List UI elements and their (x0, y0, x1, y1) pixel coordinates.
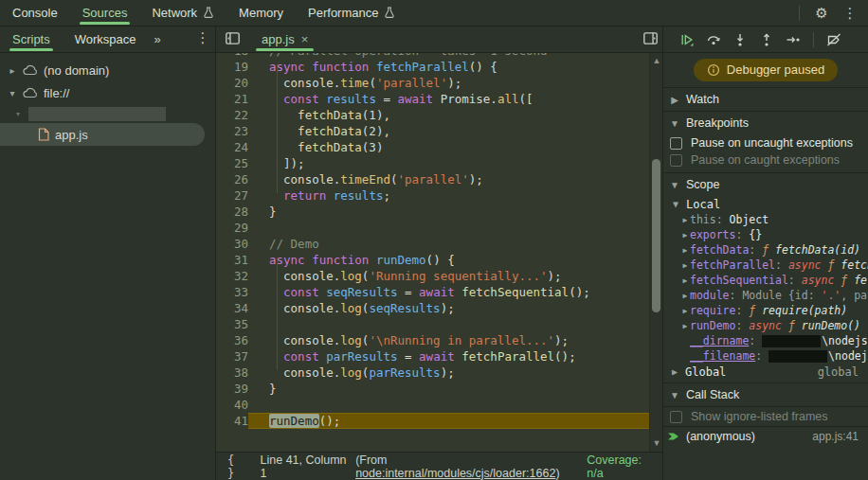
chevron-right-icon[interactable]: ▶ (680, 261, 690, 270)
scope-key: exports (690, 228, 735, 241)
step-icon[interactable] (781, 28, 805, 51)
line-number[interactable]: 39 (216, 381, 248, 397)
close-tab-icon[interactable]: × (301, 32, 309, 46)
pause-caught-exceptions-row[interactable]: Pause on caught exceptions (663, 151, 868, 169)
line-number[interactable]: 41 (216, 413, 248, 429)
call-stack-frame[interactable]: (anonymous) app.js:41 (663, 427, 868, 446)
line-content (248, 316, 649, 332)
pretty-print-icon[interactable]: { } (224, 453, 253, 480)
show-ignore-listed-frames-row[interactable]: Show ignore-listed frames (663, 407, 868, 426)
scroll-down-icon[interactable]: ▼ (650, 438, 662, 448)
tab-network[interactable]: Network (139, 0, 226, 26)
scope-section-header[interactable]: ▼ Scope (663, 173, 868, 196)
line-number[interactable]: 30 (216, 236, 248, 252)
navigator-tab-scripts[interactable]: Scripts (0, 27, 63, 52)
call-stack-section-header[interactable]: ▼ Call Stack (663, 383, 868, 406)
code-token: () { (469, 60, 497, 74)
line-number[interactable]: 27 (216, 187, 248, 204)
line-number[interactable]: 33 (216, 284, 248, 300)
chevron-right-icon[interactable]: ▶ (680, 231, 690, 240)
toggle-debugger-sidebar-icon[interactable] (638, 27, 662, 49)
line-number[interactable]: 35 (216, 316, 248, 332)
step-out-icon[interactable] (754, 28, 779, 51)
navigator-tab-workspace[interactable]: Workspace (63, 27, 149, 52)
checkbox-unchecked[interactable] (670, 137, 682, 150)
colon: : (788, 274, 802, 287)
scope-entry-fetchParallel[interactable]: ▶fetchParallel: async ƒ fetchParallel() (663, 258, 868, 273)
line-number[interactable]: 40 (216, 397, 248, 413)
line-number[interactable]: 19 (216, 59, 248, 75)
watch-section-header[interactable]: ▶ Watch (663, 88, 868, 111)
line-number[interactable]: 34 (216, 300, 248, 316)
scope-entry-runDemo[interactable]: ▶runDemo: async ƒ runDemo() (663, 318, 868, 333)
breakpoints-section-header[interactable]: ▼ Breakpoints (663, 112, 868, 134)
tab-overflow-chevron[interactable]: » (149, 27, 165, 52)
scope-global-row[interactable]: ▶ Global global (663, 364, 868, 380)
tab-memory[interactable]: Memory (226, 0, 296, 26)
scope-local-header[interactable]: ▼ Local (663, 196, 868, 212)
code-token: ); (554, 333, 569, 347)
line-number[interactable]: 38 (216, 364, 248, 381)
settings-gear-icon[interactable]: ⚙ (809, 2, 834, 25)
tree-item-file[interactable]: ▾file:// (0, 81, 215, 104)
chevron-right-icon[interactable]: ▶ (680, 246, 690, 255)
line-number[interactable]: 36 (216, 332, 248, 348)
navigator-menu-icon[interactable]: ⋮ (190, 27, 215, 49)
chevron-right-icon[interactable]: ▸ (8, 65, 17, 76)
chevron-right-icon[interactable]: ▶ (680, 276, 690, 285)
line-number[interactable]: 32 (216, 268, 248, 284)
tab-sources[interactable]: Sources (70, 0, 140, 26)
code-token: console. (269, 333, 340, 347)
code-line: 40 (216, 397, 649, 413)
deactivate-breakpoints-icon[interactable] (822, 28, 846, 51)
tree-item-app-js[interactable]: app.js (0, 123, 205, 146)
chevron-down-icon[interactable]: ▾ (8, 88, 17, 98)
toolbar-separator (799, 6, 800, 21)
pause-uncaught-exceptions-row[interactable]: Pause on uncaught exceptions (663, 134, 868, 151)
line-number[interactable]: 28 (216, 204, 248, 220)
more-vertical-icon[interactable]: ⋮ (838, 2, 862, 25)
code-token: console. (269, 269, 340, 283)
line-number[interactable]: 23 (216, 123, 248, 139)
editor-tab-appjs[interactable]: app.js × (252, 27, 317, 52)
scope-entry-filename[interactable]: __filename: \nodejs (663, 348, 868, 364)
checkbox-unchecked[interactable] (670, 411, 682, 423)
chevron-down-icon[interactable]: ▾ (13, 110, 23, 118)
line-number[interactable]: 21 (216, 91, 248, 107)
line-number[interactable]: 37 (216, 348, 248, 364)
line-number[interactable]: 31 (216, 252, 248, 268)
scope-entry-exports[interactable]: ▶exports: {} (663, 227, 868, 242)
step-over-icon[interactable] (701, 28, 726, 51)
scope-entry-module[interactable]: ▶module: Module {id: '.', path (663, 288, 868, 303)
step-into-icon[interactable] (728, 28, 752, 51)
tree-item-nodomain[interactable]: ▸(no domain) (0, 59, 215, 81)
line-number[interactable]: 25 (216, 155, 248, 171)
code-line: 26 console.timeEnd('parallel'); (216, 171, 649, 187)
toggle-navigator-icon[interactable] (220, 27, 244, 49)
line-number[interactable]: 20 (216, 75, 248, 91)
scrollbar-thumb[interactable] (652, 159, 660, 312)
scope-value: async (749, 319, 788, 332)
tree-item-folder-redacted[interactable]: ▾ (0, 104, 215, 123)
editor-scrollbar[interactable]: ▲ ▼ (649, 53, 662, 452)
scroll-up-icon[interactable]: ▲ (650, 56, 662, 65)
chevron-right-icon[interactable]: ▶ (680, 322, 690, 330)
line-number[interactable]: 29 (216, 220, 248, 236)
scope-entry-require[interactable]: ▶require: ƒ require(path) (663, 303, 868, 318)
line-number[interactable]: 22 (216, 107, 248, 123)
tab-performance[interactable]: Performance (296, 0, 407, 26)
scope-value: fetchData(id) (775, 243, 860, 257)
line-number[interactable]: 24 (216, 139, 248, 155)
chevron-right-icon[interactable]: ▶ (680, 292, 690, 300)
code-token: runDemo (269, 414, 319, 428)
scope-entry-fetchSequential[interactable]: ▶fetchSequential: async ƒ fetchSequentia… (663, 273, 868, 288)
loader-link[interactable]: node:internal/modules/cjs/loader:1662 (355, 467, 555, 480)
line-number[interactable]: 26 (216, 171, 248, 187)
tab-console[interactable]: Console (0, 0, 70, 26)
scope-entry-dirname[interactable]: __dirname: \nodejst (663, 333, 868, 348)
chevron-right-icon[interactable]: ▶ (680, 307, 690, 315)
chevron-right-icon[interactable]: ▶ (680, 216, 690, 224)
scope-entry-fetchData[interactable]: ▶fetchData: ƒ fetchData(id) (663, 242, 868, 258)
scope-entry-this[interactable]: ▶this: Object (663, 212, 868, 227)
resume-script-icon[interactable] (675, 28, 699, 51)
